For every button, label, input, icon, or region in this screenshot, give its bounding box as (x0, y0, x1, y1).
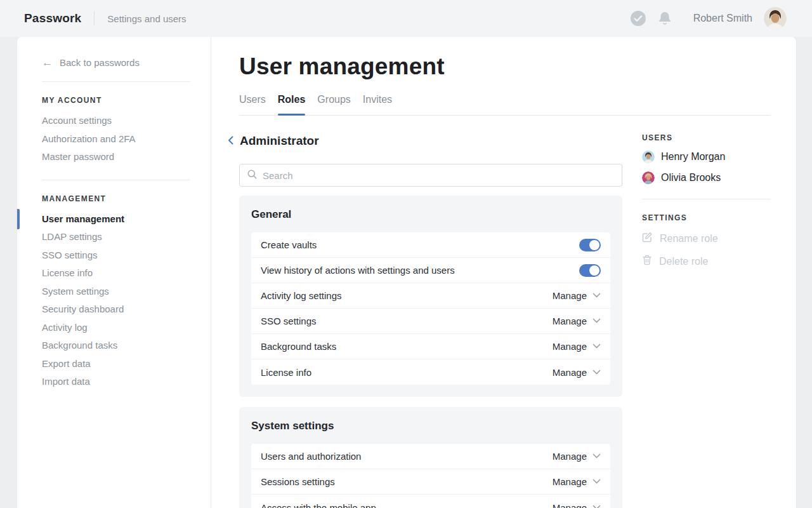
manage-dropdown-background-tasks[interactable]: Manage (553, 341, 601, 352)
tab-bar: Users Roles Groups Invites (239, 94, 771, 116)
permission-row-sessions-settings: Sessions settings Manage (251, 469, 610, 495)
manage-label: Manage (553, 290, 587, 301)
sidebar-item-account-settings[interactable]: Account settings (42, 112, 211, 130)
sidebar-item-master-password[interactable]: Master password (42, 148, 211, 166)
manage-dropdown-activity-log[interactable]: Manage (553, 290, 601, 301)
sidebar-divider (42, 81, 190, 82)
delete-role-label: Delete role (659, 256, 708, 267)
manage-dropdown-sso[interactable]: Manage (553, 316, 601, 326)
sidebar-item-system-settings[interactable]: System settings (42, 283, 211, 301)
permission-row-license-info: License info Manage (251, 359, 610, 385)
section-general-card: Create vaults View history of actions wi… (251, 232, 610, 385)
tab-users[interactable]: Users (239, 94, 266, 115)
sidebar-heading-management: MANAGEMENT (42, 194, 211, 203)
permission-label: Users and authorization (261, 451, 361, 462)
rename-role-label: Rename role (660, 233, 718, 244)
back-to-passwords-link[interactable]: ← Back to passwords (42, 57, 211, 68)
sidebar-my-account-list: Account settings Authorization and 2FA M… (42, 112, 211, 166)
sidebar-item-ldap-settings[interactable]: LDAP settings (42, 228, 211, 246)
manage-label: Manage (553, 367, 587, 378)
app-logo[interactable]: Passwork (24, 11, 81, 25)
permission-row-users-authorization: Users and authorization Manage (251, 444, 610, 469)
permission-row-sso-settings: SSO settings Manage (251, 309, 610, 334)
toggle-create-vaults[interactable] (579, 239, 601, 251)
user-avatar (642, 150, 655, 163)
chevron-down-icon (593, 344, 601, 349)
chevron-down-icon (593, 293, 601, 298)
bell-icon[interactable] (657, 10, 673, 27)
permission-label: Activity log settings (261, 290, 342, 301)
user-row-henry-morgan[interactable]: Henry Morgan (642, 150, 771, 163)
manage-label: Manage (553, 316, 587, 326)
chevron-down-icon (593, 370, 601, 375)
sidebar-item-license-info[interactable]: License info (42, 264, 211, 283)
permission-label: SSO settings (261, 316, 317, 326)
tab-invites[interactable]: Invites (363, 94, 392, 115)
manage-dropdown-mobile-app[interactable]: Manage (553, 502, 601, 508)
sidebar-item-user-management[interactable]: User management (42, 210, 211, 229)
sidebar-item-authorization-2fa[interactable]: Authorization and 2FA (42, 130, 211, 149)
sidebar-item-background-tasks[interactable]: Background tasks (42, 337, 211, 355)
page-title: User management (239, 53, 771, 80)
sidebar-item-security-dashboard[interactable]: Security dashboard (42, 300, 211, 319)
chevron-down-icon (593, 453, 601, 459)
topbar-divider (94, 11, 95, 25)
rename-icon (642, 232, 653, 245)
permission-label: Sessions settings (261, 476, 335, 487)
tab-groups[interactable]: Groups (317, 94, 350, 115)
user-avatar[interactable] (764, 7, 787, 30)
section-system-settings-title: System settings (251, 420, 610, 432)
manage-label: Manage (553, 341, 587, 352)
users-heading: USERS (642, 133, 771, 142)
permission-row-mobile-app-access: Access with the mobile app Manage (251, 495, 610, 508)
manage-dropdown-license-info[interactable]: Manage (553, 367, 601, 378)
topbar: Passwork Settings and users Robert Smith (0, 0, 812, 37)
sidebar-item-activity-log[interactable]: Activity log (42, 319, 211, 337)
rename-role-button[interactable]: Rename role (642, 232, 771, 245)
topbar-section-label: Settings and users (107, 13, 186, 24)
user-name: Henry Morgan (661, 151, 725, 163)
chevron-down-icon (593, 505, 601, 508)
search-icon (247, 170, 257, 182)
settings-sidebar: ← Back to passwords MY ACCOUNT Account s… (17, 37, 211, 508)
permission-label: Access with the mobile app (261, 502, 376, 508)
settings-heading: SETTINGS (642, 213, 771, 222)
sidebar-heading-my-account: MY ACCOUNT (42, 96, 211, 105)
toggle-knob (589, 240, 599, 250)
permission-label: View history of actions with settings an… (261, 265, 455, 276)
search-input[interactable] (263, 170, 614, 181)
sidebar-item-import-data[interactable]: Import data (42, 373, 211, 391)
permission-label: Background tasks (261, 341, 336, 352)
sidebar-item-export-data[interactable]: Export data (42, 355, 211, 373)
manage-label: Manage (553, 476, 587, 487)
search-box[interactable] (239, 164, 622, 187)
sidebar-item-sso-settings[interactable]: SSO settings (42, 246, 211, 265)
permission-row-background-tasks: Background tasks Manage (251, 334, 610, 359)
manage-label: Manage (553, 451, 587, 462)
active-indicator-bar (17, 209, 20, 229)
permission-row-create-vaults: Create vaults (251, 232, 610, 258)
tab-roles[interactable]: Roles (278, 94, 306, 115)
user-name[interactable]: Robert Smith (693, 13, 752, 24)
user-row-olivia-brooks[interactable]: Olivia Brooks (642, 171, 771, 184)
back-to-passwords-label: Back to passwords (60, 57, 140, 68)
permission-row-activity-log-settings: Activity log settings Manage (251, 283, 610, 309)
manage-dropdown-sessions[interactable]: Manage (553, 476, 601, 487)
settings-card: ← Back to passwords MY ACCOUNT Account s… (17, 37, 796, 508)
manage-dropdown-users-authorization[interactable]: Manage (553, 451, 601, 462)
user-name: Olivia Brooks (661, 172, 721, 184)
user-avatar (642, 171, 655, 184)
chevron-left-icon[interactable] (226, 135, 236, 145)
section-system-settings-card: Users and authorization Manage Sessions … (251, 444, 610, 508)
sidebar-management-list: User management LDAP settings SSO settin… (42, 210, 211, 391)
role-name: Administrator (240, 134, 319, 148)
section-general-title: General (251, 208, 610, 221)
delete-role-button[interactable]: Delete role (642, 255, 771, 268)
toggle-view-history[interactable] (579, 264, 601, 277)
main-content: User management Users Roles Groups Invit… (211, 37, 796, 508)
chevron-down-icon (593, 479, 601, 485)
section-system-settings: System settings Users and authorization … (239, 407, 622, 508)
toggle-knob (589, 265, 599, 276)
chevron-down-icon (593, 318, 601, 324)
check-circle-icon[interactable] (630, 10, 646, 27)
